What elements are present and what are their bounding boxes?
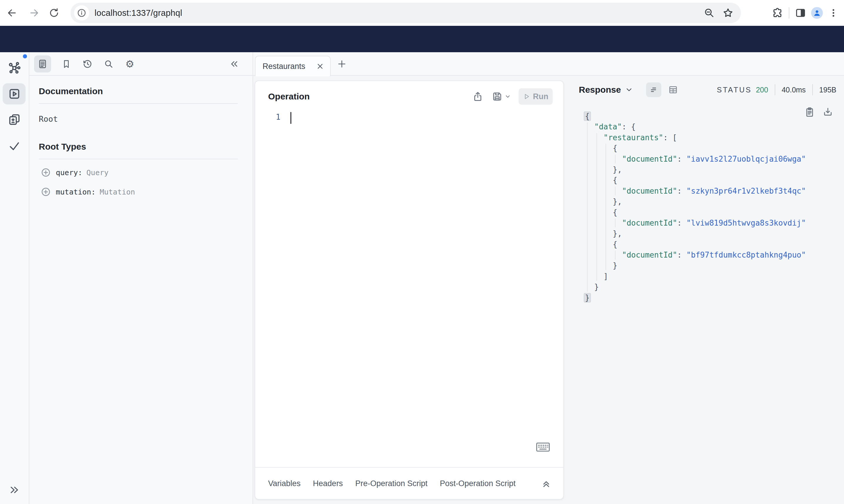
tab-label: Restaurants <box>262 62 306 71</box>
browser-back-button[interactable] <box>5 6 18 19</box>
root-type-field: mutation: <box>56 188 96 196</box>
browser-controls <box>770 0 844 26</box>
download-response-icon[interactable] <box>823 107 834 118</box>
json-line: }, <box>585 164 806 175</box>
root-type-type[interactable]: Query <box>86 168 108 177</box>
bottom-tab-post-operation-script[interactable]: Post-Operation Script <box>440 479 516 488</box>
operation-tab-strip: Restaurants <box>253 52 844 76</box>
bottom-tab-variables[interactable]: Variables <box>268 479 301 488</box>
collapse-panel-icon[interactable] <box>229 59 240 69</box>
side-panel-icon[interactable] <box>792 5 809 21</box>
documentation-panel: ⚙ Documentation Root Root Types query:Qu… <box>29 52 253 504</box>
browser-forward-button[interactable] <box>28 6 41 19</box>
documentation-tab-icon[interactable] <box>37 59 48 69</box>
root-type-row[interactable]: query:Query <box>39 166 238 179</box>
bottom-tab-pre-operation-script[interactable]: Pre-Operation Script <box>355 479 428 488</box>
checks-icon[interactable] <box>7 139 21 153</box>
response-options-chevron-icon[interactable] <box>625 86 633 94</box>
schema-diff-icon[interactable] <box>7 113 21 126</box>
apollo-sandbox-page: { "browser": { "url": "localhost:1337/gr… <box>0 0 844 504</box>
tab-close-icon[interactable] <box>316 62 324 70</box>
explorer-icon[interactable] <box>7 87 21 101</box>
expand-rail-icon[interactable] <box>7 484 21 496</box>
indent-guide <box>615 219 616 227</box>
main-area: Restaurants Operation <box>253 52 844 504</box>
json-line: }, <box>585 228 806 239</box>
operation-card: Operation Run 1 <box>255 80 564 500</box>
root-link[interactable]: Root <box>39 114 238 124</box>
bookmarks-icon[interactable] <box>61 59 72 69</box>
divider <box>775 84 775 95</box>
left-icon-rail <box>0 52 29 504</box>
search-icon[interactable] <box>103 59 114 69</box>
json-line: } <box>585 282 806 292</box>
indent-guide <box>587 122 588 291</box>
json-line: "documentId": "bf97tfdumkcc8ptahkng4puo" <box>585 250 806 260</box>
run-label: Run <box>533 92 548 101</box>
divider <box>789 7 789 18</box>
response-meta: STATUS 200 40.0ms 195B <box>717 84 837 95</box>
browser-address-bar[interactable]: localhost:1337/graphql <box>70 3 741 23</box>
response-header: Response STATUS 200 40.0ms 195B <box>579 80 844 99</box>
json-line: "documentId": "szkyn3pr64r1v2lkebf3t4qc" <box>585 186 806 196</box>
keyboard-shortcuts-icon[interactable] <box>536 443 550 452</box>
fold-widget[interactable]: { <box>584 111 591 121</box>
status-label: STATUS <box>717 86 752 94</box>
response-duration: 40.0ms <box>782 86 806 94</box>
history-icon[interactable] <box>82 59 93 69</box>
json-line: { <box>585 207 806 218</box>
divider <box>812 84 813 95</box>
bottom-tabs-list: VariablesHeadersPre-Operation ScriptPost… <box>268 479 528 488</box>
app-top-bar: A SANDBOX http://localhost:1337/gra... ⚙… <box>0 26 844 52</box>
bookmark-star-icon[interactable] <box>722 3 735 23</box>
bottom-tab-headers[interactable]: Headers <box>313 479 343 488</box>
json-line: ] <box>585 271 806 282</box>
tab-restaurants[interactable]: Restaurants <box>255 56 331 76</box>
save-operation-icon[interactable] <box>492 91 503 102</box>
indent-guide <box>615 186 616 195</box>
operation-header: Operation Run <box>255 81 563 112</box>
settings-gear-icon[interactable]: ⚙ <box>124 59 135 69</box>
json-line: }, <box>585 196 806 207</box>
divider <box>39 103 238 104</box>
browser-menu-icon[interactable] <box>825 5 842 21</box>
root-type-field: query: <box>56 168 82 177</box>
operation-bottom-tabs: VariablesHeadersPre-Operation ScriptPost… <box>255 468 563 499</box>
root-type-type[interactable]: Mutation <box>100 188 135 196</box>
table-view-toggle[interactable] <box>668 85 678 95</box>
indent-guide <box>597 133 597 281</box>
response-size: 195B <box>819 86 837 94</box>
expand-bottom-panel-icon[interactable] <box>541 478 552 489</box>
fold-widget[interactable]: } <box>584 293 591 303</box>
schema-graph-icon[interactable] <box>7 61 21 74</box>
run-button[interactable]: Run <box>519 88 553 105</box>
share-operation-icon[interactable] <box>472 91 483 102</box>
url-text[interactable]: localhost:1337/graphql <box>94 8 182 18</box>
profile-avatar[interactable] <box>809 5 825 21</box>
browser-reload-button[interactable] <box>48 6 61 19</box>
browser-chrome: localhost:1337/graphql <box>0 0 844 26</box>
expand-plus-icon[interactable] <box>41 187 51 197</box>
doc-toolbar: ⚙ <box>29 52 253 76</box>
text-caret <box>290 112 291 124</box>
json-line: { <box>585 175 806 185</box>
divider <box>39 159 238 159</box>
expand-plus-icon[interactable] <box>41 168 51 177</box>
copy-response-icon[interactable] <box>804 107 815 118</box>
json-line: { <box>585 111 806 122</box>
response-json: {"data": {"restaurants": [{"documentId":… <box>585 111 806 303</box>
extensions-icon[interactable] <box>770 5 786 21</box>
json-line: { <box>585 143 806 154</box>
indent-guide <box>615 251 616 259</box>
json-line: "data": { <box>585 122 806 132</box>
formatted-view-toggle[interactable] <box>646 83 661 97</box>
response-panel: Response STATUS 200 40.0ms 195B <box>579 80 844 500</box>
save-options-chevron-icon[interactable] <box>504 93 511 100</box>
operation-editor[interactable]: 1 <box>255 112 563 467</box>
root-types-list: query:Querymutation:Mutation <box>39 166 238 198</box>
root-type-row[interactable]: mutation:Mutation <box>39 186 238 198</box>
zoom-out-icon[interactable] <box>703 3 716 23</box>
json-line: { <box>585 239 806 250</box>
site-info-icon[interactable] <box>74 5 89 20</box>
new-tab-icon[interactable] <box>337 59 346 69</box>
